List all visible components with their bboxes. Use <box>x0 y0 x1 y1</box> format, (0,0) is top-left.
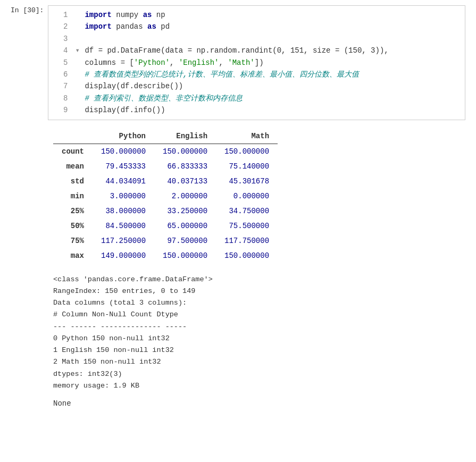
fold-marker <box>75 21 82 32</box>
stats-cell: 40.037133 <box>154 174 216 189</box>
line-number: 2 <box>54 21 68 32</box>
code-line: 8 # 查看列索引、数据类型、非空计数和内存信息 <box>54 93 460 104</box>
line-number: 6 <box>54 69 68 80</box>
info-line: Data columns (total 3 columns): <box>53 297 465 309</box>
stats-row: 75%117.25000097.500000117.750000 <box>53 233 278 248</box>
stats-cell: 66.833333 <box>154 159 216 174</box>
code-line: 2 import pandas as pd <box>54 21 460 32</box>
stats-cell: 75.140000 <box>216 159 278 174</box>
stats-cell: 149.000000 <box>93 248 154 263</box>
info-line: 0 Python 150 non-null int32 <box>53 333 465 345</box>
stats-row-label: min <box>53 189 93 204</box>
line-code: df = pd.DataFrame(data = np.random.randi… <box>85 45 388 56</box>
stats-col-header: English <box>154 129 216 144</box>
none-output: None <box>53 399 465 408</box>
info-line: --- ------ -------------- ----- <box>53 321 465 333</box>
code-line: 5 columns = ['Python', 'English', 'Math'… <box>54 57 460 69</box>
info-line: dtypes: int32(3) <box>53 368 465 380</box>
fold-marker <box>75 33 82 45</box>
stats-cell: 117.250000 <box>93 233 154 248</box>
stats-cell: 38.000000 <box>93 204 154 219</box>
stats-cell: 150.000000 <box>216 248 278 263</box>
stats-cell: 150.000000 <box>93 144 154 159</box>
stats-cell: 79.453333 <box>93 159 154 174</box>
stats-cell: 45.301678 <box>216 174 278 189</box>
code-line: 3 <box>54 33 460 45</box>
code-line: 1 import numpy as np <box>54 9 460 21</box>
stats-cell: 0.000000 <box>216 189 278 204</box>
stats-row: std44.03409140.03713345.301678 <box>53 174 278 189</box>
fold-marker: ▾ <box>75 45 82 56</box>
stats-cell: 65.000000 <box>154 219 216 233</box>
line-code: columns = ['Python', 'English', 'Math']) <box>85 57 263 69</box>
stats-col-header: Python <box>93 129 154 144</box>
cell-label: In [30]: <box>11 5 44 14</box>
stats-row-label: 50% <box>53 219 93 233</box>
stats-row-label: 75% <box>53 233 93 248</box>
info-line: # Column Non-Null Count Dtype <box>53 309 465 321</box>
stats-col-header <box>53 129 93 144</box>
fold-marker <box>75 57 82 69</box>
stats-row: max149.000000150.000000150.000000 <box>53 248 278 263</box>
line-code: # 查看列索引、数据类型、非空计数和内存信息 <box>85 93 243 104</box>
stats-cell: 150.000000 <box>154 144 216 159</box>
code-line: 9 display(df.info()) <box>54 104 460 116</box>
line-number: 9 <box>54 104 68 116</box>
code-cell: In [30]: 1 import numpy as np2 import pa… <box>11 5 465 120</box>
stats-cell: 44.034091 <box>93 174 154 189</box>
stats-row-label: count <box>53 144 93 159</box>
info-line: memory usage: 1.9 KB <box>53 380 465 392</box>
info-line: 2 Math 150 non-null int32 <box>53 356 465 368</box>
stats-section: PythonEnglishMath count150.000000150.000… <box>53 129 465 263</box>
fold-marker <box>75 93 82 104</box>
fold-marker <box>75 80 82 92</box>
line-code: import pandas as pd <box>85 21 170 32</box>
line-number: 4 <box>54 45 68 56</box>
stats-row: min3.0000002.0000000.000000 <box>53 189 278 204</box>
line-number: 1 <box>54 9 68 21</box>
stats-cell: 2.000000 <box>154 189 216 204</box>
info-line: <class 'pandas.core.frame.DataFrame'> <box>53 274 465 285</box>
code-block: 1 import numpy as np2 import pandas as p… <box>48 5 465 120</box>
stats-cell: 150.000000 <box>216 144 278 159</box>
line-number: 5 <box>54 57 68 69</box>
fold-marker <box>75 9 82 21</box>
stats-row: 25%38.00000033.25000034.750000 <box>53 204 278 219</box>
line-code: import numpy as np <box>85 9 165 21</box>
stats-row-label: mean <box>53 159 93 174</box>
stats-row-label: 25% <box>53 204 93 219</box>
line-number: 3 <box>54 33 68 45</box>
stats-cell: 33.250000 <box>154 204 216 219</box>
stats-cell: 117.750000 <box>216 233 278 248</box>
line-code: display(df.describe()) <box>85 80 183 92</box>
stats-row: 50%84.50000065.00000075.500000 <box>53 219 278 233</box>
stats-cell: 84.500000 <box>93 219 154 233</box>
stats-cell: 97.500000 <box>154 233 216 248</box>
stats-row: count150.000000150.000000150.000000 <box>53 144 278 159</box>
stats-cell: 150.000000 <box>154 248 216 263</box>
code-line: 6 # 查看数值类型列的汇总统计,计数、平均值、标准差、最小值、四分位数、最大值 <box>54 69 460 80</box>
stats-cell: 75.500000 <box>216 219 278 233</box>
line-number: 7 <box>54 80 68 92</box>
stats-row-label: std <box>53 174 93 189</box>
code-line: 7 display(df.describe()) <box>54 80 460 92</box>
line-code: # 查看数值类型列的汇总统计,计数、平均值、标准差、最小值、四分位数、最大值 <box>85 69 358 80</box>
stats-header-row: PythonEnglishMath <box>53 129 278 144</box>
stats-col-header: Math <box>216 129 278 144</box>
stats-cell: 34.750000 <box>216 204 278 219</box>
line-code: display(df.info()) <box>85 104 165 116</box>
stats-row-label: max <box>53 248 93 263</box>
stats-cell: 3.000000 <box>93 189 154 204</box>
info-line: 1 English 150 non-null int32 <box>53 345 465 356</box>
fold-marker <box>75 69 82 80</box>
info-section: <class 'pandas.core.frame.DataFrame'>Ran… <box>53 274 465 392</box>
stats-table: PythonEnglishMath count150.000000150.000… <box>53 129 278 263</box>
fold-marker <box>75 104 82 116</box>
info-line: RangeIndex: 150 entries, 0 to 149 <box>53 285 465 297</box>
stats-row: mean79.45333366.83333375.140000 <box>53 159 278 174</box>
code-line: 4▾df = pd.DataFrame(data = np.random.ran… <box>54 45 460 56</box>
line-number: 8 <box>54 93 68 104</box>
